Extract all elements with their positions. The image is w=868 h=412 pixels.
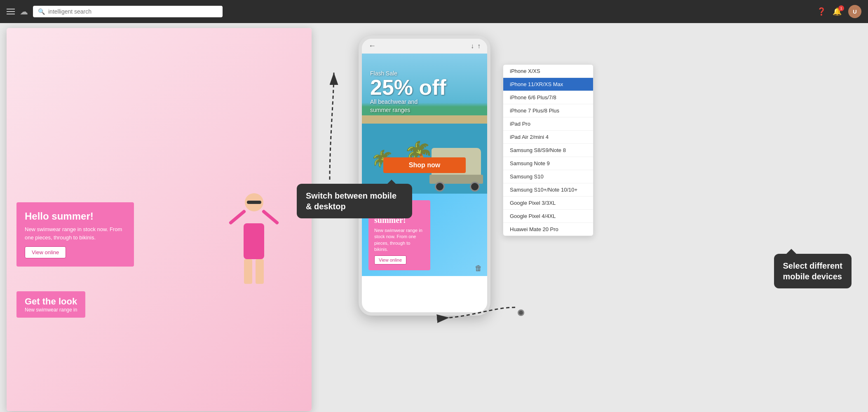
device-item-samsung-s8[interactable]: Samsung S8/S9/Note 8 <box>503 144 593 157</box>
mobile-summer-text: New swimwear range in stock now. From on… <box>374 227 425 253</box>
email-getlook-section: Get the look New swimwear range in <box>7 284 312 325</box>
help-icon[interactable]: ❓ <box>817 7 826 16</box>
device-tooltip: Select differentmobile devices <box>774 254 852 288</box>
email-content: 🌴 🌴 Flash <box>7 45 312 409</box>
notification-icon[interactable]: 🔔 1 <box>833 7 842 16</box>
summer-text: New swimwear range in stock now. From on… <box>25 225 126 241</box>
avatar[interactable]: U <box>848 5 861 18</box>
search-icon: 🔍 <box>38 8 45 15</box>
search-input[interactable] <box>48 8 218 15</box>
topbar-right: ❓ 🔔 1 U <box>817 5 861 18</box>
device-item-iphone-78plus[interactable]: iPhone 7 Plus/8 Plus <box>503 104 593 117</box>
topbar: ☁ 🔍 ❓ 🔔 1 U <box>0 0 868 23</box>
device-item-iphone-678[interactable]: iPhone 6/6 Plus/7/8 <box>503 91 593 104</box>
mobile-shop-now-button[interactable]: Shop now <box>383 157 466 173</box>
switch-arrow <box>313 64 346 188</box>
device-item-ipad-air[interactable]: iPad Air 2/mini 4 <box>503 131 593 144</box>
switch-tooltip: Switch between mobile & desktop <box>297 184 412 218</box>
device-dropdown[interactable]: iPhone X/XS iPhone 11/XR/XS Max iPhone 6… <box>503 64 594 236</box>
mobile-hero-text: Flash Sale 25% off All beachwear andsumm… <box>370 70 446 114</box>
mobile-subtitle: All beachwear andsummer ranges <box>370 98 446 114</box>
mobile-prev-button[interactable]: ↓ <box>471 42 474 50</box>
mobile-next-button[interactable]: ↑ <box>477 42 481 50</box>
mobile-view-online-button[interactable]: View online <box>374 255 406 265</box>
search-bar[interactable]: 🔍 <box>33 6 223 17</box>
device-item-iphone-11[interactable]: iPhone 11/XR/XS Max <box>503 78 593 91</box>
getlook-subtitle: New swimwear range in <box>25 307 77 313</box>
mobile-frame: ← ↓ ↑ 🌴 🌴 <box>359 35 490 316</box>
mobile-percent: 25% off <box>370 77 446 98</box>
summer-title: Hello summer! <box>25 211 126 222</box>
menu-icon[interactable] <box>7 9 15 14</box>
mobile-email-hero: 🌴 🌴 Flash Sale 25% off All beachwear and… <box>362 54 487 194</box>
device-item-huawei[interactable]: Huawei Mate 20 Pro <box>503 223 593 236</box>
getlook-title: Get the look <box>25 296 77 307</box>
device-item-iphone-xxs[interactable]: iPhone X/XS <box>503 65 593 78</box>
main-area: Inbox Preview mobile desktop × <box>0 23 868 412</box>
view-online-button[interactable]: View online <box>25 246 66 258</box>
connector-dot <box>518 309 524 316</box>
summer-pink-box: Hello summer! New swimwear range in stoc… <box>16 202 134 267</box>
device-item-ipad-pro[interactable]: iPad Pro <box>503 117 593 131</box>
cloud-icon: ☁ <box>20 7 28 16</box>
device-arrow <box>433 295 523 328</box>
device-item-pixel-4[interactable]: Google Pixel 4/4XL <box>503 210 593 223</box>
mobile-nav-bar: ← ↓ ↑ <box>362 39 487 54</box>
getlook-pink-box: Get the look New swimwear range in <box>16 291 85 318</box>
device-item-samsung-s10[interactable]: Samsung S10 <box>503 170 593 183</box>
desktop-preview-window: Inbox Preview mobile desktop × <box>7 28 312 411</box>
device-item-pixel-3[interactable]: Google Pixel 3/3XL <box>503 197 593 210</box>
mobile-preview-area: ← ↓ ↑ 🌴 🌴 <box>359 35 490 316</box>
notif-badge: 1 <box>838 5 844 11</box>
summer-person-image <box>221 189 287 284</box>
summer-content: Hello summer! New swimwear range in stoc… <box>7 185 144 284</box>
mobile-back-button[interactable]: ← <box>368 42 376 50</box>
device-item-samsung-s10plus[interactable]: Samsung S10+/Note 10/10+ <box>503 183 593 197</box>
mobile-scroll-indicator: 🗑 <box>475 264 482 273</box>
device-item-samsung-note9[interactable]: Samsung Note 9 <box>503 157 593 170</box>
mobile-nav-arrows: ↓ ↑ <box>471 42 481 50</box>
